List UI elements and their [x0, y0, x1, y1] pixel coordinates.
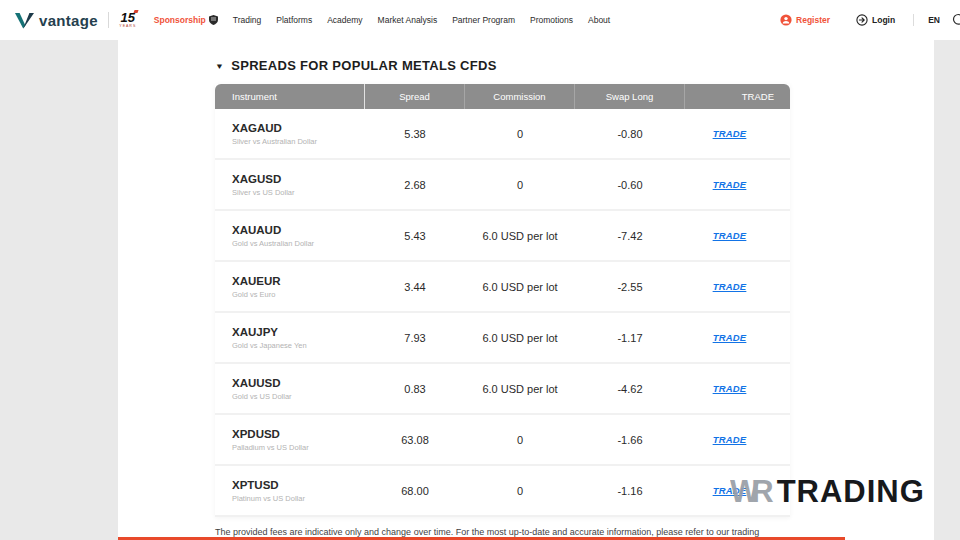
instrument-symbol: XAUAUD: [232, 224, 281, 236]
watermark-trading: TRADING: [777, 474, 925, 510]
main-nav: Sponsorship Trading Platforms Academy Ma…: [154, 15, 625, 25]
column-header-swap-long: Swap Long: [575, 84, 685, 109]
fees-disclaimer-text: The provided fees are indicative only an…: [215, 527, 875, 537]
table-header-row: Instrument Spread Commission Swap Long T…: [215, 84, 790, 109]
table-row-xauusd: XAUUSD Gold vs US Dollar 0.83 6.0 USD pe…: [215, 364, 790, 415]
login-arrow-icon: [856, 14, 868, 26]
trade-button[interactable]: TRADE: [713, 434, 747, 445]
swap-long-value: -2.55: [575, 262, 685, 311]
brand-text: vantage: [39, 12, 98, 29]
nav-divider: [913, 14, 914, 26]
swap-long-value: -4.62: [575, 364, 685, 413]
spreads-table: Instrument Spread Commission Swap Long T…: [215, 84, 790, 517]
trade-button[interactable]: TRADE: [713, 179, 747, 190]
instrument-description: Palladium vs US Dollar: [232, 443, 309, 452]
trade-button[interactable]: TRADE: [713, 383, 747, 394]
table-row-xagusd: XAGUSD Silver vs US Dollar 2.68 0 -0.60 …: [215, 160, 790, 211]
trade-button[interactable]: TRADE: [713, 230, 747, 241]
register-user-icon: [780, 14, 792, 26]
section-title-text: SPREADS FOR POPULAR METALS CFDS: [231, 58, 496, 73]
trade-button[interactable]: TRADE: [713, 485, 747, 496]
spread-value: 5.43: [365, 211, 465, 260]
language-selector[interactable]: EN: [928, 15, 940, 25]
swap-long-value: -0.80: [575, 109, 685, 158]
spread-value: 2.68: [365, 160, 465, 209]
spread-value: 0.83: [365, 364, 465, 413]
swap-long-value: -1.16: [575, 466, 685, 515]
instrument-description: Platinum vs US Dollar: [232, 494, 305, 503]
page-background: ▼ SPREADS FOR POPULAR METALS CFDS Instru…: [0, 40, 960, 540]
nav-item-about[interactable]: About: [588, 15, 610, 25]
logo-divider: [108, 12, 109, 28]
swap-long-value: -7.42: [575, 211, 685, 260]
instrument-symbol: XAUEUR: [232, 275, 281, 287]
instrument-description: Gold vs Euro: [232, 290, 275, 299]
swap-long-value: -1.17: [575, 313, 685, 362]
instrument-description: Gold vs Japanese Yen: [232, 341, 307, 350]
nav-item-academy[interactable]: Academy: [327, 15, 362, 25]
bottom-orange-bar: [118, 537, 845, 540]
column-header-trade: TRADE: [685, 84, 790, 109]
nav-item-trading[interactable]: Trading: [233, 15, 262, 25]
trade-button[interactable]: TRADE: [713, 281, 747, 292]
sponsorship-crest-icon: [209, 15, 218, 25]
table-row-xauaud: XAUAUD Gold vs Australian Dollar 5.43 6.…: [215, 211, 790, 262]
commission-value: 0: [465, 109, 575, 158]
nav-item-sponsorship[interactable]: Sponsorship: [154, 15, 218, 25]
spread-value: 3.44: [365, 262, 465, 311]
spread-value: 63.08: [365, 415, 465, 464]
instrument-symbol: XPTUSD: [232, 479, 279, 491]
trade-button[interactable]: TRADE: [713, 128, 747, 139]
trade-button[interactable]: TRADE: [713, 332, 747, 343]
vantage-logo[interactable]: vantage: [14, 12, 98, 29]
anniversary-15-years-badge: 15 YEARS: [118, 11, 138, 29]
section-title[interactable]: ▼ SPREADS FOR POPULAR METALS CFDS: [215, 58, 497, 73]
column-header-commission: Commission: [465, 84, 575, 109]
anniversary-label: YEARS: [118, 25, 138, 29]
search-icon[interactable]: [952, 13, 960, 28]
instrument-symbol: XAGAUD: [232, 122, 282, 134]
instrument-description: Gold vs US Dollar: [232, 392, 292, 401]
spread-value: 68.00: [365, 466, 465, 515]
commission-value: 0: [465, 160, 575, 209]
spread-value: 5.38: [365, 109, 465, 158]
vantage-v-icon: [14, 12, 35, 29]
commission-value: 6.0 USD per lot: [465, 262, 575, 311]
column-header-instrument: Instrument: [215, 84, 365, 109]
instrument-description: Silver vs Australian Dollar: [232, 137, 317, 146]
table-row-xpdusd: XPDUSD Palladium vs US Dollar 63.08 0 -1…: [215, 415, 790, 466]
login-button[interactable]: Login: [856, 14, 895, 26]
instrument-description: Gold vs Australian Dollar: [232, 239, 314, 248]
top-navigation-bar: vantage 15 YEARS Sponsorship Trading Pla…: [0, 0, 960, 40]
commission-value: 6.0 USD per lot: [465, 364, 575, 413]
nav-item-market-analysis[interactable]: Market Analysis: [378, 15, 438, 25]
instrument-description: Silver vs US Dollar: [232, 188, 295, 197]
commission-value: 0: [465, 466, 575, 515]
instrument-symbol: XPDUSD: [232, 428, 280, 440]
content-panel: ▼ SPREADS FOR POPULAR METALS CFDS Instru…: [118, 40, 934, 540]
instrument-symbol: XAGUSD: [232, 173, 281, 185]
anniversary-number: 15: [118, 11, 138, 24]
swap-long-value: -1.66: [575, 415, 685, 464]
commission-value: 6.0 USD per lot: [465, 313, 575, 362]
nav-right-actions: Register Login EN: [780, 13, 960, 28]
commission-value: 0: [465, 415, 575, 464]
register-button[interactable]: Register: [780, 14, 830, 26]
instrument-symbol: XAUUSD: [232, 377, 281, 389]
swap-long-value: -0.60: [575, 160, 685, 209]
column-header-spread: Spread: [365, 84, 465, 109]
instrument-symbol: XAUJPY: [232, 326, 278, 338]
table-row-xptusd: XPTUSD Platinum vs US Dollar 68.00 0 -1.…: [215, 466, 790, 517]
commission-value: 6.0 USD per lot: [465, 211, 575, 260]
table-row-xagaud: XAGAUD Silver vs Australian Dollar 5.38 …: [215, 109, 790, 160]
table-row-xaujpy: XAUJPY Gold vs Japanese Yen 7.93 6.0 USD…: [215, 313, 790, 364]
collapse-triangle-icon: ▼: [215, 61, 224, 70]
spread-value: 7.93: [365, 313, 465, 362]
table-row-xaueur: XAUEUR Gold vs Euro 3.44 6.0 USD per lot…: [215, 262, 790, 313]
nav-item-platforms[interactable]: Platforms: [276, 15, 312, 25]
nav-item-partner-program[interactable]: Partner Program: [452, 15, 515, 25]
nav-item-promotions[interactable]: Promotions: [530, 15, 573, 25]
